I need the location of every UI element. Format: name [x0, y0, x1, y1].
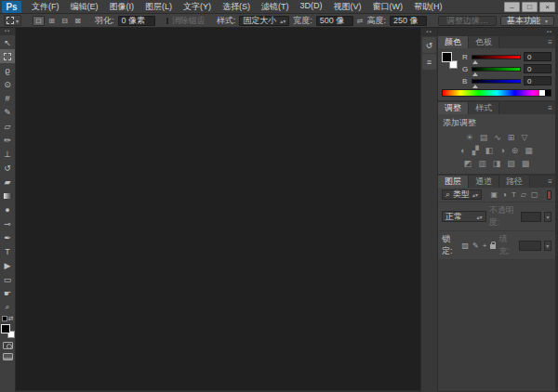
feather-input[interactable]: 0 像素 — [118, 16, 155, 26]
swap-colors-icon[interactable]: ⇄ — [8, 315, 14, 322]
menu-item-1[interactable]: 编辑(E) — [66, 0, 103, 14]
channel-value-R[interactable]: 0 — [524, 52, 551, 61]
history-brush-tool[interactable]: ↺ — [0, 161, 15, 175]
fill-dropdown-button[interactable]: ▾ — [544, 241, 551, 251]
hue-saturation-icon[interactable]: ◐ — [460, 146, 465, 155]
channel-slider-thumb[interactable] — [472, 72, 478, 76]
filter-pixel-layers-icon[interactable]: ▣ — [491, 190, 498, 199]
lock-transparent-pixels-icon[interactable]: ▨ — [462, 242, 470, 250]
menu-item-5[interactable]: 选择(S) — [218, 0, 255, 14]
filter-on-off-toggle[interactable] — [547, 190, 551, 200]
toolbar-collapse-handle[interactable]: ▪▪ — [0, 28, 15, 35]
color-panel-menu-icon[interactable]: ≡ — [548, 38, 555, 46]
path-selection-tool[interactable]: ▶ — [0, 258, 15, 272]
zoom-tool[interactable]: ⌕ — [0, 300, 15, 314]
icon-dock-collapse-handle[interactable]: ▪▪ — [421, 28, 437, 36]
color-balance-icon[interactable]: ▞ — [472, 146, 479, 155]
adjustments-tab-调整[interactable]: 调整 — [438, 102, 469, 114]
channel-value-G[interactable]: 0 — [524, 64, 551, 73]
filter-kind-dropdown[interactable]: ⌕ 类型 ▴▾ — [442, 189, 482, 200]
adjustments-panel-menu-icon[interactable]: ≡ — [548, 104, 555, 112]
posterize-icon[interactable]: ▥ — [478, 159, 486, 168]
photo-filter-icon[interactable]: ◑ — [499, 146, 504, 155]
fill-value[interactable] — [519, 241, 541, 251]
pen-tool[interactable]: ✒ — [0, 230, 15, 244]
hand-tool[interactable]: ☛ — [0, 286, 15, 300]
channel-slider-thumb[interactable] — [472, 85, 478, 88]
layers-tab-图层[interactable]: 图层 — [438, 176, 469, 188]
black-white-icon[interactable]: ◧ — [485, 146, 494, 155]
add-to-selection-button[interactable]: ⊞ — [46, 16, 58, 26]
height-input[interactable]: 250 像 — [390, 16, 427, 26]
channel-value-B[interactable]: 0 — [524, 76, 551, 85]
default-colors-icon[interactable] — [2, 316, 7, 321]
antialias-checkbox[interactable] — [166, 18, 168, 24]
close-button[interactable]: × — [539, 2, 555, 12]
invert-icon[interactable]: ◩ — [464, 159, 472, 168]
filter-adjustment-layers-icon[interactable]: ◑ — [502, 190, 507, 199]
blend-mode-dropdown[interactable]: 正常 ▴▾ — [442, 211, 486, 222]
foreground-color-swatch[interactable] — [1, 324, 10, 333]
lasso-tool[interactable]: ϱ — [0, 63, 15, 77]
new-selection-button[interactable]: □ — [33, 16, 45, 26]
intersect-selection-button[interactable]: ⊠ — [72, 16, 84, 26]
clone-stamp-tool[interactable]: ⊥ — [0, 147, 15, 161]
filter-smart-objects-icon[interactable]: ▢ — [531, 190, 538, 199]
swap-dimensions-icon[interactable]: ⇄ — [357, 17, 364, 25]
menu-item-9[interactable]: 窗口(W) — [368, 0, 408, 14]
lock-all-icon[interactable] — [490, 244, 496, 249]
gradient-tool[interactable] — [0, 189, 15, 203]
screen-mode-button[interactable] — [3, 353, 13, 360]
workspace-switcher[interactable]: 基本功能 ▾ — [500, 16, 554, 26]
menu-item-4[interactable]: 文字(Y) — [179, 0, 216, 14]
style-dropdown[interactable]: 固定大小 ▴▾ — [239, 16, 289, 26]
crop-tool[interactable]: # — [0, 91, 15, 105]
menu-item-3[interactable]: 图层(L) — [140, 0, 177, 14]
menu-item-10[interactable]: 帮助(H) — [409, 0, 447, 14]
layers-list[interactable] — [438, 260, 555, 392]
opacity-dropdown-button[interactable]: ▾ — [544, 212, 551, 222]
rectangular-marquee-tool[interactable] — [0, 49, 15, 63]
history-panel-icon[interactable]: ↺ — [422, 37, 436, 53]
layers-tab-路径[interactable]: 路径 — [499, 176, 530, 188]
color-tab-色板[interactable]: 色板 — [469, 36, 499, 48]
tool-preset-picker[interactable]: ▾ — [4, 15, 21, 26]
layers-panel-menu-icon[interactable]: ≡ — [548, 177, 555, 186]
lock-position-icon[interactable]: + — [483, 242, 487, 250]
lock-image-pixels-icon[interactable]: ✎ — [472, 242, 479, 250]
selective-color-icon[interactable]: ▩ — [522, 159, 530, 168]
threshold-icon[interactable]: ◨ — [493, 159, 501, 168]
maximize-button[interactable]: □ — [522, 2, 538, 12]
channel-slider-B[interactable] — [472, 79, 521, 84]
quick-selection-tool[interactable]: ⊙ — [0, 77, 15, 91]
move-tool[interactable]: ↖ — [0, 35, 15, 49]
dock-collapse-handle[interactable]: ▪▪ — [438, 28, 555, 36]
rectangle-tool[interactable]: ▭ — [0, 272, 15, 286]
filter-shape-layers-icon[interactable]: ▱ — [521, 190, 526, 199]
menu-item-8[interactable]: 视图(V) — [329, 0, 366, 14]
channel-slider-thumb[interactable] — [472, 60, 478, 64]
color-spectrum-ramp[interactable] — [442, 89, 551, 97]
black-swatch[interactable] — [545, 90, 551, 96]
minimize-button[interactable]: – — [504, 2, 520, 12]
gradient-map-icon[interactable]: ▧ — [507, 159, 515, 168]
opacity-value[interactable] — [521, 212, 541, 222]
foreground-background-swatches[interactable] — [1, 324, 15, 338]
blur-tool[interactable]: ● — [0, 203, 15, 216]
canvas[interactable] — [16, 28, 420, 390]
type-tool[interactable]: T — [0, 244, 15, 258]
channel-slider-R[interactable] — [472, 55, 521, 59]
levels-icon[interactable]: ▤ — [480, 133, 488, 142]
eyedropper-tool[interactable]: ✎ — [0, 105, 15, 119]
subtract-from-selection-button[interactable]: ⊟ — [59, 16, 71, 26]
channel-mixer-icon[interactable]: ⊛ — [512, 146, 519, 155]
color-lookup-icon[interactable]: ▦ — [525, 146, 533, 155]
panel-color-swatches[interactable] — [442, 52, 458, 69]
color-tab-颜色[interactable]: 颜色 — [438, 36, 469, 48]
filter-type-layers-icon[interactable]: T — [512, 190, 516, 199]
refine-edge-button[interactable]: 调整边缘… — [438, 16, 497, 26]
menu-item-0[interactable]: 文件(F) — [27, 0, 64, 14]
menu-item-2[interactable]: 图像(I) — [105, 0, 140, 14]
brightness-contrast-icon[interactable]: ☀ — [466, 133, 473, 142]
quick-mask-button[interactable] — [3, 342, 13, 349]
